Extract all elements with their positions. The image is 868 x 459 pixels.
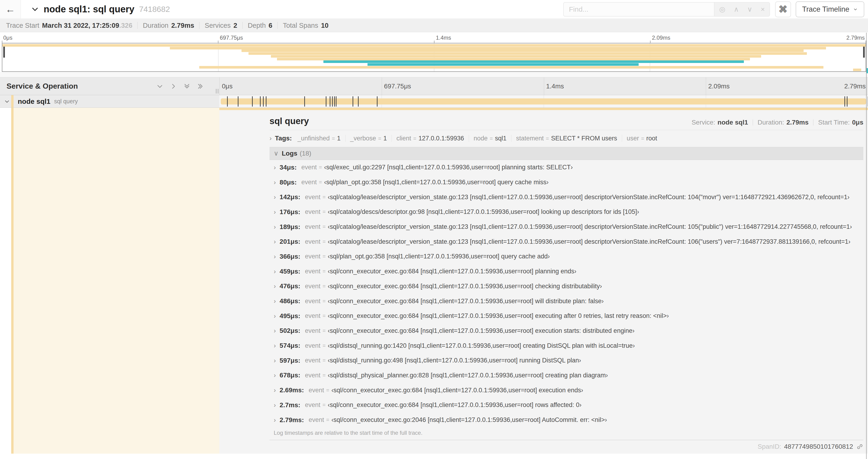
chevron-right-icon[interactable]: ›: [274, 194, 276, 200]
axis-tick-mark: [2, 41, 2, 43]
log-field-key: event: [309, 387, 324, 394]
span-name-cell[interactable]: node sql1 sql query: [0, 95, 219, 107]
chevron-right-icon[interactable]: ›: [274, 283, 276, 289]
span-id-row: SpanID: 4877749850101760812: [270, 443, 863, 450]
trace-info-label: Duration: [143, 22, 168, 29]
chevron-right-icon[interactable]: ›: [274, 179, 276, 186]
clear-find-icon[interactable]: ×: [761, 6, 765, 13]
span-tree-toggle-icon[interactable]: [4, 99, 10, 104]
span-detail-title: sql query: [270, 116, 309, 126]
chevron-right-icon[interactable]: ›: [274, 402, 276, 408]
span-service-name: node sql1: [18, 97, 51, 105]
chevron-right-icon[interactable]: ›: [274, 164, 276, 171]
chevron-right-icon[interactable]: ›: [270, 135, 272, 141]
column-resizer[interactable]: [216, 89, 218, 94]
chevron-right-icon[interactable]: ›: [274, 357, 276, 364]
log-field-value: ‹sql/catalog/lease/descriptor_version_st…: [328, 194, 849, 201]
span-detail-area: sql query Service:node sql1Duration:2.79…: [0, 108, 868, 454]
log-field-value: ‹sql/catalog/lease/descriptor_version_st…: [328, 238, 850, 245]
log-row[interactable]: ›2.79ms:event=‹sql/conn_executor_exec.go…: [270, 413, 863, 428]
tags-row[interactable]: › Tags: _unfinished=1_verbose=1client=12…: [270, 133, 863, 144]
link-icon[interactable]: [856, 443, 863, 450]
chevron-right-icon[interactable]: ›: [274, 327, 276, 334]
chevron-down-icon[interactable]: ∨: [274, 150, 279, 157]
double-chevron-down-icon[interactable]: [183, 83, 190, 90]
next-match-icon[interactable]: ∨: [747, 6, 752, 13]
tag-separator: [392, 135, 392, 142]
axis-tick-mark: [434, 41, 434, 43]
log-field-value: ‹sql/distsql_running.go:1420 [nsql1,clie…: [328, 342, 635, 349]
chevron-down-icon[interactable]: [31, 5, 39, 13]
log-row[interactable]: ›476μs:event=‹sql/conn_executor_exec.go:…: [270, 279, 863, 294]
double-chevron-right-icon[interactable]: [197, 83, 204, 90]
prev-match-icon[interactable]: ∧: [734, 6, 739, 13]
log-timestamp: 80μs:: [280, 179, 297, 186]
find-input[interactable]: [563, 2, 714, 17]
logs-header[interactable]: ∨ Logs (18): [270, 147, 863, 160]
log-row[interactable]: ›495μs:event=‹sql/conn_executor_exec.go:…: [270, 308, 863, 324]
log-marker: [238, 96, 239, 107]
meta-separator: [813, 120, 813, 126]
log-row[interactable]: ›176μs:event=‹sql/catalog/descs/descript…: [270, 204, 863, 220]
log-row[interactable]: ›2.69ms:event=‹sql/conn_executor_exec.go…: [270, 383, 863, 398]
chevron-right-icon[interactable]: ›: [274, 298, 276, 304]
log-row[interactable]: ›80μs:event=‹sql/plan_opt.go:358 [nsql1,…: [270, 175, 863, 190]
log-timestamp: 201μs:: [280, 238, 300, 245]
timeline-tick-label: 2.79ms: [844, 83, 866, 90]
log-row[interactable]: ›574μs:event=‹sql/distsql_running.go:142…: [270, 338, 863, 353]
trace-view-dropdown[interactable]: Trace Timeline: [796, 1, 864, 17]
trace-info-label: Trace Start: [6, 22, 39, 29]
back-button[interactable]: ←: [0, 0, 21, 19]
log-field-value: ‹sql/plan_opt.go:358 [nsql1,client=127.0…: [324, 179, 549, 186]
chevron-right-icon[interactable]: ›: [274, 268, 276, 275]
locate-span-icon[interactable]: ◎: [719, 6, 725, 13]
log-row[interactable]: ›459μs:event=‹sql/conn_executor_exec.go:…: [270, 264, 863, 279]
log-row[interactable]: ›34μs:event=‹sql/exec_util.go:2297 [nsql…: [270, 160, 863, 175]
log-row[interactable]: ›502μs:event=‹sql/conn_executor_exec.go:…: [270, 324, 863, 338]
chevron-right-icon[interactable]: ›: [274, 372, 276, 379]
window-edge-line: [866, 33, 867, 459]
tag-separator: [511, 135, 512, 142]
chevron-right-icon[interactable]: ›: [274, 417, 276, 423]
log-row[interactable]: ›189μs:event=‹sql/catalog/lease/descript…: [270, 220, 863, 234]
chevron-down-icon[interactable]: [156, 83, 163, 90]
axis-tick-label: 0μs: [3, 35, 12, 41]
tag-item: user=root: [627, 135, 657, 142]
tag-item: statement=SELECT * FROM users: [516, 135, 617, 142]
keyboard-shortcuts-button[interactable]: ⌘: [775, 1, 791, 17]
chevron-right-icon[interactable]: ›: [274, 253, 276, 260]
log-row[interactable]: ›366μs:event=‹sql/plan_opt.go:358 [nsql1…: [270, 249, 863, 264]
log-row[interactable]: ›678μs:event=‹sql/distsql_physical_plann…: [270, 368, 863, 383]
log-field-value: ‹sql/catalog/descs/descriptor.go:98 [nsq…: [328, 208, 639, 216]
log-row[interactable]: ›2.7ms:event=‹sql/conn_executor_exec.go:…: [270, 398, 863, 413]
log-timestamp: 189μs:: [280, 223, 300, 231]
timeline-ruler: 0μs697.75μs1.4ms2.09ms2.79ms: [220, 77, 868, 95]
trace-minimap[interactable]: [2, 43, 866, 72]
trace-title-group[interactable]: node sql1: sql query 7418682: [31, 4, 170, 14]
span-detail-meta: Service:node sql1Duration:2.79msStart Ti…: [691, 119, 863, 126]
chevron-right-icon[interactable]: ›: [274, 313, 276, 319]
log-row[interactable]: ›597μs:event=‹sql/distsql_running.go:498…: [270, 353, 863, 368]
log-marker: [334, 96, 335, 107]
log-row[interactable]: ›142μs:event=‹sql/catalog/lease/descript…: [270, 190, 863, 204]
log-equals: =: [322, 298, 326, 304]
log-equals: =: [322, 328, 326, 334]
chevron-right-icon[interactable]: [170, 83, 177, 90]
chevron-right-icon[interactable]: ›: [274, 342, 276, 349]
detail-left-gutter: [0, 108, 11, 454]
log-timestamp: 459μs:: [280, 268, 300, 275]
log-row[interactable]: ›201μs:event=‹sql/catalog/lease/descript…: [270, 234, 863, 249]
chevron-right-icon[interactable]: ›: [274, 238, 276, 245]
span-duration-bar[interactable]: [221, 98, 866, 104]
log-field-key: event: [305, 283, 320, 290]
trace-info-label: Depth: [248, 22, 266, 29]
axis-tick-label: 2.09ms: [652, 35, 670, 41]
chevron-right-icon[interactable]: ›: [274, 387, 276, 393]
log-field-value: ‹sql/distsql_running.go:498 [nsql1,clien…: [328, 357, 581, 364]
tag-key: client: [397, 135, 411, 142]
tag-key: _verbose: [350, 135, 376, 142]
span-timeline-cell[interactable]: [219, 95, 868, 107]
chevron-right-icon[interactable]: ›: [274, 224, 276, 230]
chevron-right-icon[interactable]: ›: [274, 209, 276, 215]
log-row[interactable]: ›486μs:event=‹sql/conn_executor_exec.go:…: [270, 294, 863, 308]
